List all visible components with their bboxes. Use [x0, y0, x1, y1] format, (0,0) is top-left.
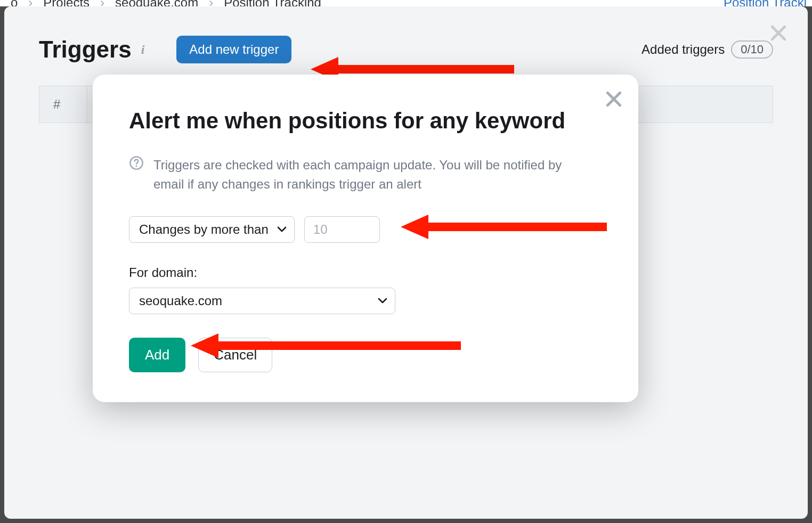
- domain-label: For domain:: [129, 265, 602, 280]
- chevron-down-icon: [378, 298, 387, 304]
- condition-select[interactable]: Changes by more than: [129, 216, 295, 243]
- help-text: Triggers are checked with each campaign …: [153, 156, 590, 194]
- chevron-right-icon: ›: [209, 0, 213, 6]
- added-triggers-label: Added triggers: [642, 42, 725, 57]
- breadcrumb-right-link[interactable]: Position Tracki: [724, 0, 807, 6]
- modal-title: Alert me when positions for any keyword: [129, 108, 602, 134]
- column-header-index: #: [39, 86, 87, 122]
- panel-title: Triggers: [39, 36, 132, 63]
- add-new-trigger-button[interactable]: Add new trigger: [176, 36, 291, 63]
- page-breadcrumb: o › Projects › seoquake.com › Position T…: [0, 0, 812, 6]
- breadcrumb-item[interactable]: seoquake.com: [115, 0, 198, 6]
- close-icon[interactable]: [768, 22, 789, 44]
- help-icon: [129, 156, 144, 170]
- chevron-down-icon: [277, 226, 287, 233]
- info-icon[interactable]: i: [141, 43, 145, 57]
- domain-select[interactable]: seoquake.com: [129, 288, 395, 314]
- condition-select-value: Changes by more than: [139, 222, 269, 237]
- breadcrumb-item[interactable]: Position Tracking: [224, 0, 321, 6]
- chevron-right-icon: ›: [28, 0, 33, 6]
- count-pill: 0/10: [731, 40, 773, 59]
- help-row: Triggers are checked with each campaign …: [129, 156, 602, 194]
- domain-select-value: seoquake.com: [139, 293, 222, 308]
- added-triggers-count: Added triggers 0/10: [642, 40, 773, 59]
- threshold-input[interactable]: [304, 216, 380, 243]
- chevron-right-icon: ›: [100, 0, 104, 6]
- add-button[interactable]: Add: [129, 338, 185, 372]
- svg-point-5: [136, 166, 137, 167]
- breadcrumb-item[interactable]: Projects: [43, 0, 90, 6]
- annotation-arrow: [401, 215, 607, 239]
- annotation-arrow: [191, 333, 461, 358]
- breadcrumb-item: o: [11, 0, 18, 6]
- close-icon[interactable]: [603, 88, 624, 110]
